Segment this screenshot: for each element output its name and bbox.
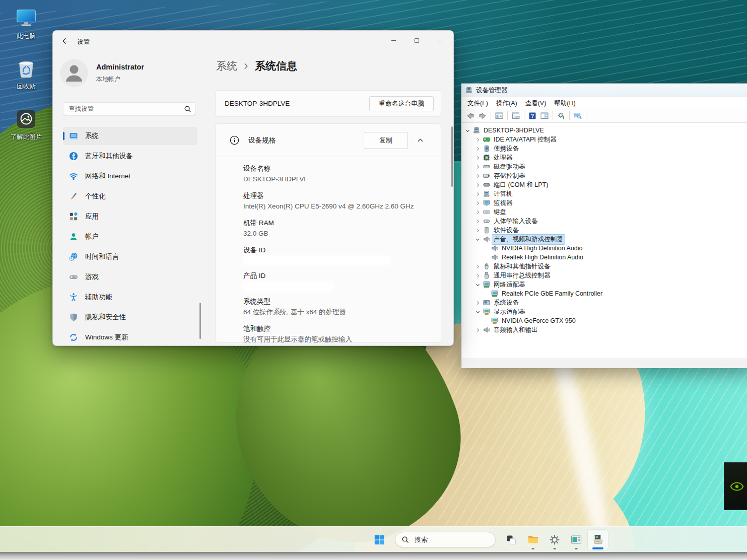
tree-item-label[interactable]: 键盘 — [492, 207, 508, 217]
tree-item[interactable]: 便携设备 — [461, 144, 747, 153]
tree-item-label[interactable]: IDE ATA/ATAPI 控制器 — [492, 135, 558, 145]
help-button[interactable]: ? — [526, 110, 538, 122]
console-tree-button[interactable] — [493, 110, 505, 122]
tree-item[interactable]: 鼠标和其他指针设备 — [461, 262, 747, 271]
chevron-right-icon[interactable] — [474, 209, 481, 215]
tree-item-label[interactable]: NVIDIA GeForce GTX 950 — [500, 317, 577, 325]
chevron-right-icon[interactable] — [474, 200, 481, 206]
tree-item[interactable]: 监视器 — [461, 198, 747, 207]
tree-item[interactable]: 键盘 — [461, 207, 747, 217]
sidebar-item-gaming[interactable]: 游戏 — [63, 268, 197, 286]
chevron-right-icon[interactable] — [474, 146, 481, 152]
chevron-right-icon[interactable] — [474, 327, 481, 333]
chevron-right-icon[interactable] — [474, 272, 481, 278]
device-manager-titlebar[interactable]: 设备管理器 — [461, 84, 747, 97]
sidebar-item-privacy[interactable]: 隐私和安全性 — [63, 308, 197, 326]
rename-pc-button[interactable]: 重命名这台电脑 — [369, 96, 434, 111]
device-manager-window[interactable]: 设备管理器 文件(F)操作(A)查看(V)帮助(H) ? DESKTOP-3HD… — [461, 83, 747, 368]
device-specs-header[interactable]: 设备规格 复制 — [216, 124, 441, 157]
desktop-icon-learn-this-picture[interactable]: 了解此图片 — [4, 106, 48, 156]
settings-titlebar[interactable]: 设置 — [53, 31, 453, 51]
chevron-right-icon[interactable] — [474, 191, 481, 197]
sidebar-item-personalization[interactable]: 个性化 — [63, 187, 197, 205]
sidebar-item-bluetooth[interactable]: 蓝牙和其他设备 — [63, 147, 197, 165]
desktop-icon-this-pc[interactable]: 此电脑 — [4, 5, 48, 55]
chevron-right-icon[interactable] — [474, 173, 481, 179]
tree-item[interactable]: 网络适配器 — [461, 280, 747, 289]
remote-support-button[interactable] — [572, 110, 584, 122]
tree-item[interactable]: 计算机 — [461, 189, 747, 198]
task-view-button[interactable] — [501, 530, 521, 550]
tree-item-label[interactable]: 音频输入和输出 — [492, 325, 539, 335]
tree-item-label[interactable]: 通用串行总线控制器 — [492, 271, 552, 281]
tree-item-label[interactable]: 系统设备 — [492, 298, 520, 308]
tree-item-label[interactable]: 显示适配器 — [492, 307, 527, 317]
tree-item-label[interactable]: Realtek PCIe GbE Family Controller — [500, 290, 604, 298]
tree-item[interactable]: Realtek PCIe GbE Family Controller — [461, 289, 747, 298]
start-button[interactable] — [369, 530, 389, 550]
tree-item[interactable]: 显示适配器 — [461, 307, 747, 316]
device-manager-button[interactable] — [588, 530, 608, 550]
forward-button[interactable] — [477, 110, 489, 122]
copy-button[interactable]: 复制 — [364, 132, 408, 149]
chevron-right-icon[interactable] — [474, 218, 481, 224]
settings-window[interactable]: 设置 Administrator 本地帐户 系统蓝牙和其他设备网络和 Inter… — [52, 30, 454, 346]
tree-item[interactable]: 处理器 — [461, 153, 747, 162]
sidebar-item-network[interactable]: 网络和 Internet — [63, 167, 197, 185]
tree-item[interactable]: 软件设备 — [461, 226, 747, 235]
tree-item-label[interactable]: 网络适配器 — [492, 280, 527, 290]
settings-button[interactable] — [545, 530, 565, 550]
tree-item-label[interactable]: 端口 (COM 和 LPT) — [492, 180, 550, 190]
chevron-up-icon[interactable] — [417, 137, 424, 144]
tree-item[interactable]: 通用串行总线控制器 — [461, 271, 747, 280]
file-explorer-button[interactable] — [523, 530, 543, 550]
maximize-button[interactable] — [405, 31, 428, 50]
close-button[interactable] — [428, 31, 451, 50]
tree-item[interactable]: 声音、视频和游戏控制器 — [461, 235, 747, 244]
tree-item-label[interactable]: Realtek High Definition Audio — [500, 253, 585, 261]
tree-item[interactable]: DESKTOP-3HDPLVE — [461, 126, 747, 135]
chevron-right-icon[interactable] — [474, 136, 481, 143]
sidebar-item-time-language[interactable]: 时间和语言 — [63, 248, 197, 266]
tree-item[interactable]: Realtek High Definition Audio — [461, 253, 747, 262]
tree-item[interactable]: 人体学输入设备 — [461, 217, 747, 226]
tree-item-label[interactable]: 计算机 — [492, 189, 514, 199]
chevron-down-icon[interactable] — [464, 127, 470, 133]
tree-item[interactable]: NVIDIA GeForce GTX 950 — [461, 316, 747, 325]
chevron-right-icon[interactable] — [474, 300, 481, 306]
tree-item-label[interactable]: 便携设备 — [492, 144, 520, 154]
tree-item[interactable]: 音频输入和输出 — [461, 325, 747, 334]
menubar-item[interactable]: 帮助(H) — [550, 98, 579, 108]
tree-item-label[interactable]: DESKTOP-3HDPLVE — [482, 126, 546, 134]
tree-item[interactable]: 存储控制器 — [461, 171, 747, 180]
sidebar-item-accessibility[interactable]: 辅助功能 — [63, 288, 197, 306]
tree-item-label[interactable]: 处理器 — [492, 153, 514, 163]
tree-item[interactable]: 端口 (COM 和 LPT) — [461, 180, 747, 189]
tree-item-label[interactable]: 人体学输入设备 — [492, 217, 539, 226]
tree-item-label[interactable]: NVIDIA High Definition Audio — [500, 244, 584, 252]
menubar-item[interactable]: 文件(F) — [463, 98, 492, 108]
chevron-right-icon[interactable] — [474, 155, 481, 161]
settings-search-input[interactable] — [67, 105, 184, 113]
avatar[interactable] — [60, 59, 88, 87]
tree-item-label[interactable]: 存储控制器 — [492, 171, 527, 181]
chevron-down-icon[interactable] — [474, 282, 481, 288]
settings-search-box[interactable] — [63, 102, 196, 115]
device-tree[interactable]: DESKTOP-3HDPLVEIDE ATA/ATAPI 控制器便携设备处理器磁… — [461, 123, 747, 359]
scan-hardware-button[interactable] — [555, 110, 567, 122]
chevron-down-icon[interactable] — [474, 236, 481, 242]
tree-item[interactable]: NVIDIA High Definition Audio — [461, 244, 747, 253]
sidebar-item-windows-update[interactable]: Windows 更新 — [63, 328, 197, 346]
tree-item-label[interactable]: 声音、视频和游戏控制器 — [492, 235, 565, 244]
action-pane-button[interactable] — [538, 110, 551, 122]
chevron-right-icon[interactable] — [474, 182, 481, 188]
tree-item[interactable]: 系统设备 — [461, 298, 747, 307]
system-window-button[interactable] — [566, 530, 586, 550]
menubar-item[interactable]: 查看(V) — [521, 98, 551, 108]
sidebar-item-accounts[interactable]: 帐户 — [63, 228, 197, 246]
content-scrollbar[interactable] — [451, 126, 453, 187]
desktop-icon-recycle-bin[interactable]: 回收站 — [4, 55, 48, 106]
taskbar-search-box[interactable] — [395, 532, 496, 547]
sidebar-item-apps[interactable]: 应用 — [63, 207, 197, 226]
breadcrumb-parent[interactable]: 系统 — [216, 59, 237, 73]
